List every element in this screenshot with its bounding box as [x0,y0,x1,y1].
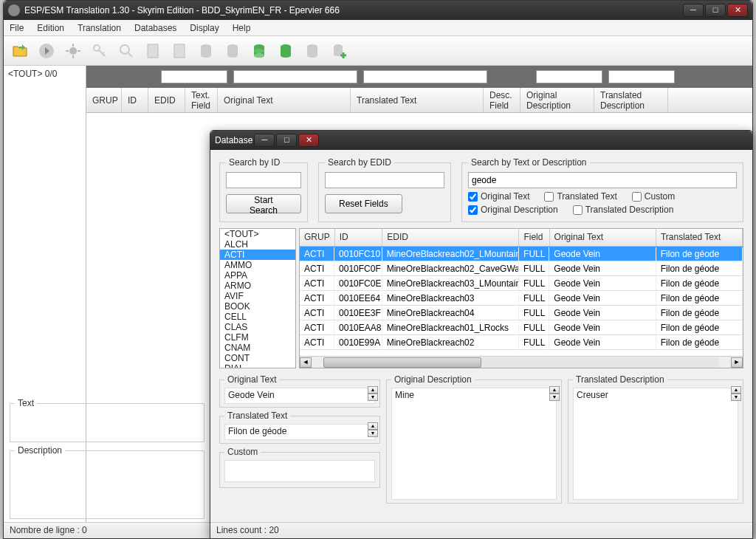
table-row[interactable]: ACTI0010EAA8MineOreBlackreach01_LRocksFU… [300,320,743,335]
db-minimize-button[interactable]: ─ [254,134,275,147]
search-by-text-input[interactable] [468,172,737,188]
db-green1-icon[interactable] [247,39,271,63]
svg-rect-9 [174,44,185,58]
db1-icon[interactable] [194,39,218,63]
hdr-edid[interactable]: EDID [382,229,519,246]
hdr-field[interactable]: Field [519,229,549,246]
grup-item[interactable]: CNAM [220,343,295,353]
db-maximize-button[interactable]: □ [276,134,297,147]
spin-down-icon[interactable]: ▼ [368,394,378,401]
spin-down-icon[interactable]: ▼ [731,394,741,401]
minimize-button[interactable]: ─ [683,4,704,17]
chk-custom[interactable]: Custom [632,191,675,202]
grup-item[interactable]: APPA [220,270,295,281]
reset-fields-button[interactable]: Reset Fields [325,194,402,213]
detail-translated-desc-value[interactable]: Creuser [573,388,738,500]
grup-item[interactable]: ACTI [220,250,295,260]
detail-custom-value[interactable] [224,460,375,482]
forward-icon[interactable] [35,39,58,63]
spin-down-icon[interactable]: ▼ [368,430,378,437]
hdr-grup[interactable]: GRUP [300,229,335,246]
table-row[interactable]: ACTI0010FC0FMineOreBlackreach02_CaveGWal… [300,261,743,276]
detail-translated-text-value[interactable]: Filon de géode [224,424,375,440]
gear-icon[interactable] [61,39,85,63]
detail-original-text-value[interactable]: Geode Vein [224,388,375,404]
grup-item[interactable]: <TOUT> [220,229,295,239]
col-textfield[interactable]: Text. Field [185,88,218,112]
scroll-right-icon[interactable]: ► [731,357,743,368]
search-by-id-input[interactable] [226,172,301,188]
grup-item[interactable]: AMMO [220,260,295,270]
filter-3[interactable] [363,70,487,83]
spin-down-icon[interactable]: ▼ [549,394,560,401]
col-originaltext[interactable]: Original Text [218,88,351,112]
search-icon[interactable] [114,39,138,63]
db-close-button[interactable]: ✕ [298,134,319,147]
filter-5[interactable] [608,70,675,83]
menu-help[interactable]: Help [233,23,251,33]
results-body[interactable]: ACTI0010FC10MineOreBlackreach02_LMountai… [300,247,743,356]
scroll-thumb[interactable] [323,357,481,368]
scroll-left-icon[interactable]: ◄ [300,357,312,368]
menu-edition[interactable]: Edition [37,23,64,33]
menu-translation[interactable]: Translation [78,23,121,33]
doc2-icon[interactable] [168,39,191,63]
detail-original-desc-value[interactable]: Mine [391,388,557,500]
close-button[interactable]: ✕ [727,4,748,17]
grup-listbox[interactable]: <TOUT>ALCHACTIAMMOAPPAARMOAVIFBOOKCELLCL… [219,228,296,368]
chk-translated-text[interactable]: Translated Text [544,191,616,202]
table-row[interactable]: ACTI0010FC0EMineOreBlackreach03_LMountai… [300,276,743,291]
grup-item[interactable]: BOOK [220,301,295,312]
col-grup[interactable]: GRUP [86,88,122,112]
hdr-originaltext[interactable]: Original Text [550,229,656,246]
filter-2[interactable] [233,70,357,83]
table-row[interactable]: ACTI0010FC10MineOreBlackreach02_LMountai… [300,247,743,261]
start-search-button[interactable]: Start Search [226,194,301,213]
grup-item[interactable]: CONT [220,353,295,363]
search-by-edid-input[interactable] [325,172,444,188]
menu-display[interactable]: Display [190,23,219,33]
col-origdesc[interactable]: Original Description [520,88,594,112]
grup-item[interactable]: CELL [220,312,295,322]
spin-up-icon[interactable]: ▲ [731,386,741,394]
grup-item[interactable]: DIAL [220,363,295,368]
menu-databases[interactable]: Databases [134,23,176,33]
spin-up-icon[interactable]: ▲ [368,422,378,430]
db-titlebar[interactable]: Database ─ □ ✕ [210,131,752,150]
db-green2-icon[interactable] [274,39,298,63]
db2-icon[interactable] [221,39,244,63]
spin-up-icon[interactable]: ▲ [368,386,378,394]
col-edid[interactable]: EDID [148,88,185,112]
col-descfield[interactable]: Desc. Field [484,88,520,112]
db3-icon[interactable] [300,39,324,63]
open-icon[interactable] [8,39,32,63]
chk-original-desc[interactable]: Original Description [468,205,558,215]
grup-item[interactable]: CLFM [220,332,295,343]
window-controls: ─ □ ✕ [681,4,748,17]
main-title: ESP/ESM Translation 1.30 - Skyrim Editio… [24,5,681,16]
chk-translated-desc[interactable]: Translated Description [573,205,674,215]
main-titlebar[interactable]: ESP/ESM Translation 1.30 - Skyrim Editio… [4,1,752,20]
grup-item[interactable]: ARMO [220,281,295,291]
doc1-icon[interactable] [141,39,165,63]
chk-original-text[interactable]: Original Text [468,191,529,202]
table-row[interactable]: ACTI0010EE64MineOreBlackreach03FULLGeode… [300,291,743,306]
table-row[interactable]: ACTI0010E99AMineOreBlackreach02FULLGeode… [300,335,743,350]
key-icon[interactable] [88,39,111,63]
spin-up-icon[interactable]: ▲ [549,386,560,394]
hdr-id[interactable]: ID [335,229,383,246]
table-row[interactable]: ACTI0010EE3FMineOreBlackreach04FULLGeode… [300,306,743,320]
col-translatedtext[interactable]: Translated Text [351,88,484,112]
grup-item[interactable]: AVIF [220,291,295,301]
filter-1[interactable] [161,70,227,83]
col-transdesc[interactable]: Translated Description [594,88,668,112]
maximize-button[interactable]: □ [705,4,726,17]
filter-4[interactable] [536,70,602,83]
hdr-translatedtext[interactable]: Translated Text [656,229,743,246]
menu-file[interactable]: File [10,23,24,33]
grup-item[interactable]: CLAS [220,322,295,332]
grup-item[interactable]: ALCH [220,239,295,250]
horizontal-scrollbar[interactable]: ◄ ► [300,356,743,368]
col-id[interactable]: ID [122,88,148,112]
db-add-icon[interactable] [327,39,351,63]
